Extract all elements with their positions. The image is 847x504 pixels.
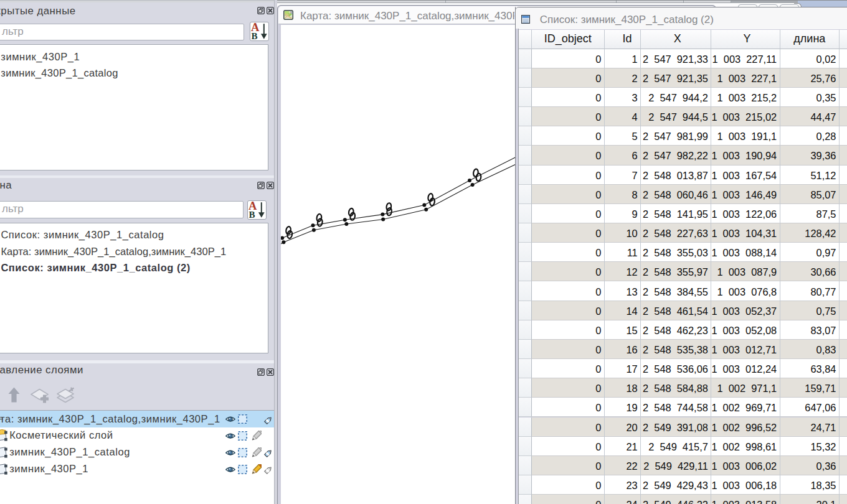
- svg-text:B: B: [251, 31, 257, 40]
- svg-text:B: B: [249, 210, 255, 219]
